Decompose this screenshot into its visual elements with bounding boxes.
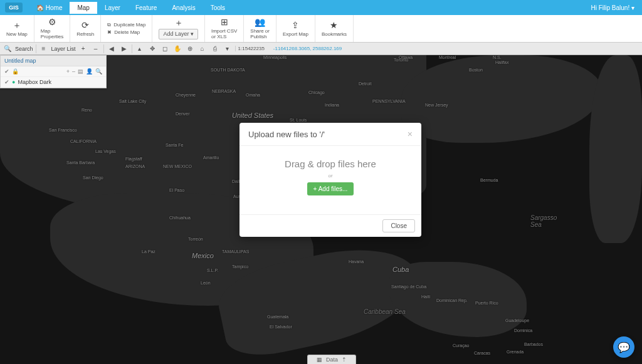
map-properties-button[interactable]: ⚙Map Properties	[34, 15, 70, 42]
top-nav: GIS 🏠 Home Map Layer Feature Analysis To…	[0, 0, 642, 15]
export-icon: ⇪	[292, 20, 299, 31]
add-icon[interactable]: +	[78, 44, 88, 54]
folder-icon[interactable]: ▤	[78, 68, 83, 75]
close-button[interactable]: Close	[382, 219, 415, 232]
import-csv-button[interactable]: ⊞Import CSV or XLS	[205, 15, 244, 42]
table-icon: ⊞	[221, 17, 228, 28]
country-label: Mexico	[192, 252, 214, 259]
city-label: Las Vegas	[95, 149, 116, 153]
plus-icon[interactable]: +	[66, 68, 70, 75]
chat-icon: 💬	[618, 341, 630, 353]
refresh-button[interactable]: ⟳Refresh	[70, 15, 101, 42]
map-tool-strip: 🔍 Search ≡ Layer List + – ◀ ▶ ▴ ✥ ◻ ✋ ⊕ …	[0, 43, 642, 55]
state-label: TAMAULIPAS	[222, 249, 249, 254]
city-label: San Francisco	[49, 128, 77, 132]
state-label: ARIZONA	[125, 164, 145, 169]
close-icon[interactable]: ×	[408, 129, 413, 139]
zoom-icon[interactable]: 🔍	[95, 68, 102, 75]
zoomin-icon[interactable]: ⊕	[185, 44, 195, 54]
star-icon: ★	[330, 20, 338, 31]
map-title[interactable]: Untitled map	[1, 56, 106, 66]
city-label: León	[201, 281, 211, 285]
city-label: PENNSYLVANIA	[372, 99, 406, 103]
remove-icon[interactable]: –	[91, 44, 101, 54]
city-label: Boston	[469, 68, 483, 72]
print-icon[interactable]: ⎙	[210, 44, 220, 54]
layerlist-icon[interactable]: ≡	[39, 44, 49, 54]
city-label: Dominican Rep.	[436, 298, 468, 303]
city-label: Chihuahua	[169, 216, 191, 220]
tab-home[interactable]: 🏠 Home	[29, 2, 70, 14]
city-label: El Paso	[169, 188, 184, 192]
layerlist-label[interactable]: Layer List	[51, 46, 76, 52]
tab-map[interactable]: Map	[70, 2, 97, 14]
bookmarks-button[interactable]: ★Bookmarks	[315, 15, 354, 42]
tab-layer[interactable]: Layer	[97, 2, 128, 14]
city-label: Guatemala	[267, 315, 288, 319]
gear-icon: ⚙	[48, 17, 56, 28]
search-label[interactable]: Search	[15, 46, 33, 52]
city-label: El Salvador	[270, 325, 292, 329]
city-label: Bermuda	[480, 178, 498, 182]
forward-icon[interactable]: ▶	[119, 44, 129, 54]
country-label: United States	[232, 112, 273, 119]
select-icon[interactable]: ◻	[160, 44, 170, 54]
pointer-icon[interactable]: ▴	[135, 44, 145, 54]
back-icon[interactable]: ◀	[107, 44, 117, 54]
minus-icon[interactable]: –	[72, 68, 75, 75]
share-publish-button[interactable]: 👥Share or Publish	[244, 15, 276, 42]
sea-label: Caribbean Sea	[364, 308, 406, 315]
modal-title: Upload new files to '/'	[248, 130, 325, 139]
layer-group-row: ✔ 🔒 + – ▤ 👤 🔍	[1, 66, 106, 77]
add-files-button[interactable]: + Add files...	[307, 182, 354, 195]
brand-logo[interactable]: GIS	[5, 3, 23, 13]
scale-readout: 1:15422235	[235, 46, 267, 51]
user-menu[interactable]: Hi Filip Balun! ▾	[591, 4, 637, 11]
state-label: NEBRASKA	[212, 89, 236, 93]
state-label: CALIFORNIA	[70, 139, 97, 143]
lock-icon[interactable]: 🔒	[12, 68, 19, 75]
pan-icon[interactable]: ✥	[147, 44, 157, 54]
home-icon[interactable]: ⌂	[197, 44, 208, 54]
duplicate-map-button[interactable]: ⧉Duplicate Map	[107, 22, 145, 28]
chevron-down-icon[interactable]: ▾	[223, 44, 233, 54]
chat-widget[interactable]: 💬	[613, 336, 634, 358]
add-layer-button[interactable]: Add Layer ▾	[159, 29, 198, 39]
tab-tools[interactable]: Tools	[203, 2, 233, 14]
refresh-icon: ⟳	[82, 20, 89, 31]
delete-icon: ✖	[107, 29, 112, 36]
map-ops-group: ⧉Duplicate Map ✖Delete Map	[101, 15, 152, 42]
city-label: Santa Fe	[166, 143, 183, 147]
state-label: NEW MEXICO	[163, 164, 192, 169]
layer-row-basemap[interactable]: ✔ ● Mapbox Dark	[1, 77, 106, 88]
user-icon[interactable]: 👤	[86, 68, 93, 75]
delete-map-button[interactable]: ✖Delete Map	[107, 29, 140, 36]
check-icon[interactable]: ✔	[4, 68, 9, 75]
landmass	[589, 55, 642, 243]
export-map-button[interactable]: ⇪Export Map	[276, 15, 315, 42]
drop-zone-text[interactable]: Drag & drop files here	[246, 159, 415, 169]
tab-feature[interactable]: Feature	[128, 2, 164, 14]
search-icon[interactable]: 🔍	[3, 44, 13, 54]
table-icon: ▦	[317, 356, 322, 363]
duplicate-icon: ⧉	[107, 22, 111, 28]
city-label: Indiana	[325, 103, 339, 107]
layer-label: Mapbox Dark	[18, 79, 51, 85]
plus-icon: ＋	[174, 18, 183, 28]
city-label: Puerto Rico	[475, 301, 498, 305]
tab-analysis[interactable]: Analysis	[164, 2, 203, 14]
city-label: Montreal	[439, 55, 456, 60]
sea-label: Sargasso Sea	[530, 214, 557, 228]
city-label: Haiti	[421, 294, 430, 299]
city-label: Barbados	[524, 342, 543, 346]
drag-icon[interactable]: ✋	[172, 44, 182, 54]
state-label: SOUTH DAKOTA	[211, 68, 245, 72]
new-map-button[interactable]: ＋New Map	[0, 15, 34, 42]
add-layer-group: ＋ Add Layer ▾	[152, 15, 205, 42]
or-label: or	[246, 173, 415, 179]
city-label: San Diego	[83, 175, 103, 180]
city-label: Reno	[82, 108, 92, 112]
data-tab[interactable]: ▦ Data ⇡	[307, 355, 356, 364]
city-label: Ottawa	[399, 55, 413, 60]
check-icon[interactable]: ✔	[4, 79, 9, 85]
